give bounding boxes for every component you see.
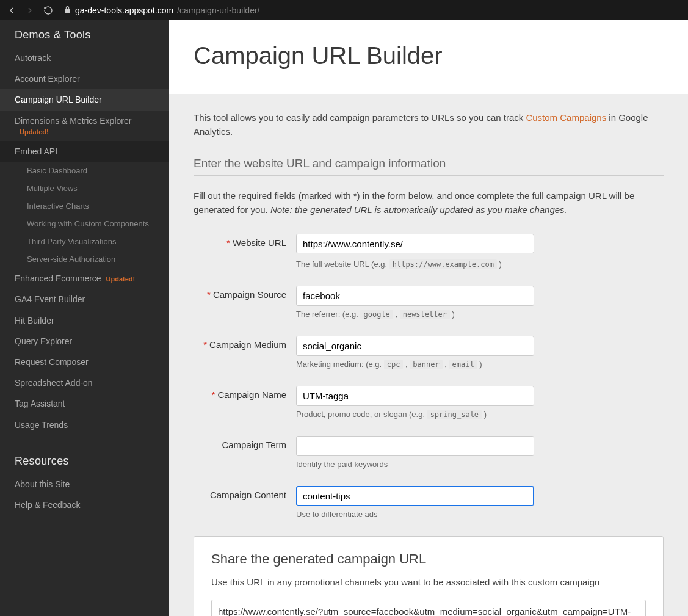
sidebar-item-enhanced-ecommerce[interactable]: Enhanced Ecommerce Updated!	[0, 268, 169, 289]
label-campaign-name: *Campaign Name	[194, 386, 296, 400]
sidebar-item-dimensions-metrics[interactable]: Dimensions & Metrics Explorer Updated!	[0, 111, 169, 141]
lock-icon	[63, 5, 71, 15]
helper-website-url: The full website URL (e.g. https://www.e…	[296, 259, 534, 269]
helper-medium: Marketing medium: (e.g. cpc , banner , e…	[296, 360, 534, 369]
helper-term: Identify the paid keywords	[296, 460, 534, 469]
campaign-term-input[interactable]	[296, 436, 534, 456]
address-bar[interactable]: ga-dev-tools.appspot.com/campaign-url-bu…	[60, 5, 683, 15]
form-instructions: Fill out the required fields (marked wit…	[194, 189, 664, 217]
sidebar-item-ga4-event-builder[interactable]: GA4 Event Builder	[0, 289, 169, 310]
forward-button[interactable]	[23, 4, 37, 17]
label-campaign-content: Campaign Content	[194, 486, 296, 500]
sidebar-section-resources: Resources	[0, 446, 169, 474]
sidebar-sub-basic-dashboard[interactable]: Basic Dashboard	[0, 162, 169, 179]
campaign-name-input[interactable]	[296, 386, 534, 406]
label-campaign-source: *Campaign Source	[194, 286, 296, 300]
helper-source: The referrer: (e.g. google , newsletter …	[296, 310, 534, 319]
sidebar-sub-multiple-views[interactable]: Multiple Views	[0, 179, 169, 197]
sidebar-item-autotrack[interactable]: Autotrack	[0, 48, 169, 68]
label-website-url: *Website URL	[194, 234, 296, 248]
result-title: Share the generated campaign URL	[211, 551, 646, 567]
sidebar-item-query-explorer[interactable]: Query Explorer	[0, 331, 169, 352]
website-url-input[interactable]: https://www.contently.se/	[296, 234, 534, 253]
sidebar-item-spreadsheet-addon[interactable]: Spreadsheet Add-on	[0, 372, 169, 393]
main-content: Campaign URL Builder This tool allows yo…	[169, 20, 688, 616]
campaign-source-input[interactable]	[296, 286, 534, 306]
row-campaign-name: *Campaign Name Product, promo code, or s…	[194, 386, 664, 419]
helper-content: Use to differentiate ads	[296, 510, 534, 519]
sidebar-sub-interactive-charts[interactable]: Interactive Charts	[0, 197, 169, 215]
generated-url-output[interactable]: https://www.contently.se/?utm_source=fac…	[211, 600, 646, 616]
row-campaign-source: *Campaign Source The referrer: (e.g. goo…	[194, 286, 664, 319]
updated-badge: Updated!	[106, 275, 136, 283]
custom-campaigns-link[interactable]: Custom Campaigns	[526, 112, 606, 123]
sidebar-sub-third-party-viz[interactable]: Third Party Visualizations	[0, 233, 169, 250]
helper-name: Product, promo code, or slogan (e.g. spr…	[296, 410, 534, 419]
browser-toolbar: ga-dev-tools.appspot.com/campaign-url-bu…	[0, 0, 688, 20]
url-domain: ga-dev-tools.appspot.com	[75, 5, 173, 15]
page-title: Campaign URL Builder	[194, 42, 664, 70]
sidebar-item-account-explorer[interactable]: Account Explorer	[0, 68, 169, 89]
url-path: /campaign-url-builder/	[177, 5, 259, 15]
sidebar-item-tag-assistant[interactable]: Tag Assistant	[0, 393, 169, 414]
row-campaign-term: Campaign Term Identify the paid keywords	[194, 436, 664, 469]
back-button[interactable]	[5, 4, 18, 17]
campaign-medium-input[interactable]	[296, 336, 534, 356]
campaign-content-input[interactable]	[296, 486, 534, 506]
sidebar-item-request-composer[interactable]: Request Composer	[0, 352, 169, 372]
sidebar-item-about[interactable]: About this Site	[0, 474, 169, 495]
sidebar: Demos & Tools Autotrack Account Explorer…	[0, 20, 169, 616]
sidebar-item-embed-api[interactable]: Embed API	[0, 141, 169, 162]
reload-button[interactable]	[42, 4, 55, 17]
label-campaign-term: Campaign Term	[194, 436, 296, 450]
label-campaign-medium: *Campaign Medium	[194, 336, 296, 350]
sidebar-item-help-feedback[interactable]: Help & Feedback	[0, 495, 169, 515]
result-box: Share the generated campaign URL Use thi…	[194, 536, 664, 616]
updated-badge: Updated!	[17, 128, 154, 136]
sidebar-item-campaign-url-builder[interactable]: Campaign URL Builder	[0, 89, 169, 110]
row-website-url: *Website URL https://www.contently.se/ T…	[194, 234, 664, 269]
intro-text: This tool allows you to easily add campa…	[194, 111, 664, 139]
sidebar-section-demos: Demos & Tools	[0, 20, 169, 48]
sidebar-item-hit-builder[interactable]: Hit Builder	[0, 310, 169, 331]
section-title: Enter the website URL and campaign infor…	[194, 157, 664, 176]
row-campaign-content: Campaign Content Use to differentiate ad…	[194, 486, 664, 519]
sidebar-sub-server-side-auth[interactable]: Server-side Authorization	[0, 250, 169, 268]
row-campaign-medium: *Campaign Medium Marketing medium: (e.g.…	[194, 336, 664, 369]
result-desc: Use this URL in any promotional channels…	[211, 577, 646, 587]
sidebar-item-usage-trends[interactable]: Usage Trends	[0, 415, 169, 435]
sidebar-sub-custom-components[interactable]: Working with Custom Components	[0, 215, 169, 233]
page-header: Campaign URL Builder	[169, 20, 688, 94]
